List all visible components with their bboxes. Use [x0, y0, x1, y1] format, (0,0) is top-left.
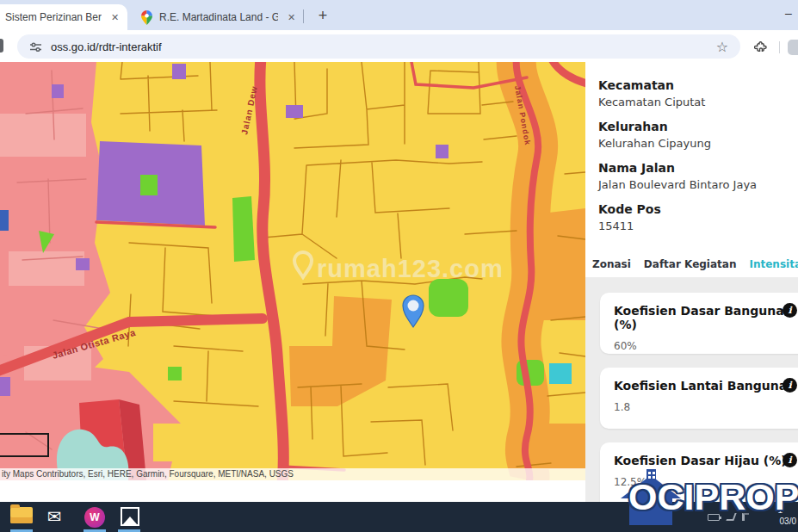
watermark-text: rumah123.com: [317, 255, 504, 282]
tab-daftar-kegiatan[interactable]: Daftar Kegiatan: [644, 258, 737, 270]
tab-close-icon[interactable]: ✕: [108, 12, 121, 23]
new-tab-button[interactable]: +: [312, 5, 334, 28]
card-title: Koefisien Lantai Bangunan: [614, 379, 798, 393]
browser-tab-active[interactable]: Sistem Perizinan Berusah ✕: [0, 4, 127, 30]
field-value: Kecamatan Ciputat: [598, 96, 757, 108]
browser-tab-strip: Sistem Perizinan Berusah ✕ R.E. Martadin…: [0, 0, 798, 30]
field-label: Nama Jalan: [598, 161, 757, 175]
profile-avatar[interactable]: [788, 40, 798, 55]
field-kode-pos: Kode Pos 15411: [598, 202, 757, 232]
field-label: Kecamatan: [598, 78, 757, 92]
card-value: 1.8: [614, 401, 798, 413]
field-label: Kode Pos: [598, 202, 757, 216]
tab-close-icon[interactable]: ✕: [285, 12, 298, 23]
rumah123-watermark: rumah123.com: [294, 252, 504, 282]
file-explorer-icon[interactable]: [10, 507, 33, 523]
card-title: Koefisien Dasar Bangunan (%): [614, 304, 798, 331]
bookmark-star-icon[interactable]: ☆: [716, 39, 728, 55]
ociprop-text: OCIPROP: [628, 476, 798, 518]
tab-zonasi[interactable]: Zonasi: [592, 258, 631, 270]
panel-tab-bar: Zonasi Daftar Kegiatan Intensitas Ruang …: [585, 251, 798, 277]
tab-intensitas-ruang[interactable]: Intensitas Ruang: [749, 258, 798, 270]
zone-teal: [549, 363, 572, 384]
browser-toolbar: oss.go.id/rdtr-interaktif ☆: [0, 30, 798, 62]
browser-tab-inactive[interactable]: R.E. Martadinata Land - Googl ✕: [131, 4, 303, 30]
mail-icon[interactable]: ✉: [47, 507, 62, 526]
field-kelurahan: Kelurahan Kelurahan Cipayung: [598, 120, 757, 150]
map-attribution: ity Maps Contributors, Esri, HERE, Garmi…: [0, 468, 585, 480]
tab-title: Sistem Perizinan Berusah: [5, 11, 102, 23]
field-nama-jalan: Nama Jalan Jalan Boulevard Bintaro Jaya: [598, 161, 757, 191]
field-label: Kelurahan: [598, 120, 757, 133]
intensity-cards: Koefisien Dasar Bangunan (%) i 60% Koefi…: [585, 277, 798, 502]
zoning-map: Jalan Otista Raya Jalan Dew Jalan Pondok…: [0, 62, 585, 480]
google-maps-favicon-icon: [141, 10, 152, 25]
card-klb: Koefisien Lantai Bangunan i 1.8: [600, 368, 798, 429]
zone-blue: [0, 210, 9, 231]
location-fields: Kecamatan Kecamatan Ciputat Kelurahan Ke…: [598, 78, 757, 244]
minimize-button[interactable]: –: [779, 2, 798, 24]
info-panel: Kecamatan Kecamatan Ciputat Kelurahan Ke…: [585, 62, 798, 502]
info-icon[interactable]: i: [783, 303, 797, 318]
card-kdb: Koefisien Dasar Bangunan (%) i 60%: [600, 293, 798, 354]
wps-office-icon[interactable]: W: [84, 507, 105, 528]
toolbar-separator: [779, 41, 780, 53]
field-kecamatan: Kecamatan Kecamatan Ciputat: [598, 78, 757, 108]
info-icon[interactable]: i: [783, 453, 797, 467]
photos-icon[interactable]: [121, 507, 139, 526]
address-bar[interactable]: oss.go.id/rdtr-interaktif ☆: [17, 34, 740, 59]
card-title: Koefisien Dasar Hijau (%): [614, 454, 798, 467]
screen: Sistem Perizinan Berusah ✕ R.E. Martadin…: [0, 0, 798, 532]
tab-separator: [303, 9, 304, 23]
site-settings-icon[interactable]: [29, 40, 42, 53]
ociprop-watermark: OCIPROP: [618, 469, 798, 529]
url-text[interactable]: oss.go.id/rdtr-interaktif: [51, 40, 716, 53]
zone-yellow-pocket: [153, 424, 198, 461]
field-value: 15411: [598, 220, 757, 232]
field-value: Kelurahan Cipayung: [598, 137, 757, 150]
clipped-nav-icon: [0, 39, 3, 53]
tab-title: R.E. Martadinata Land - Googl: [159, 11, 278, 23]
info-icon[interactable]: i: [783, 378, 797, 393]
card-value: 60%: [614, 340, 798, 352]
extensions-icon[interactable]: [754, 40, 767, 53]
map-canvas[interactable]: Jalan Otista Raya Jalan Dew Jalan Pondok…: [0, 62, 585, 480]
field-value: Jalan Boulevard Bintaro Jaya: [598, 178, 757, 191]
